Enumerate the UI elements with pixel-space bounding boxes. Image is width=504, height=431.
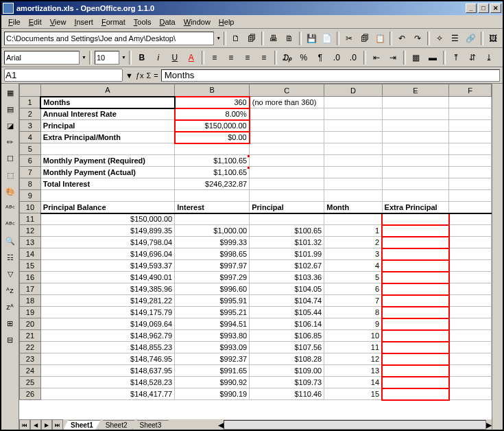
cell-C23[interactable]: $108.28 [250,353,324,365]
cell-E21[interactable] [382,330,449,342]
cell-D5[interactable] [324,143,382,155]
row-header-21[interactable]: 21 [20,330,41,342]
add-decimal-icon[interactable]: .0 [329,50,344,65]
cell-F2[interactable] [449,108,492,120]
export-pdf-icon[interactable]: 📄 [320,31,334,46]
cell-D17[interactable]: 6 [324,283,382,295]
themes-icon[interactable]: 🎨 [3,184,18,199]
cell-F21[interactable] [449,330,492,342]
col-header-D[interactable]: D [324,84,382,97]
justify-icon[interactable]: ≡ [256,50,272,65]
cell-E17[interactable] [382,283,449,295]
cell-B14[interactable]: $998.65 [175,248,250,260]
cell-C3[interactable] [250,120,324,132]
cell-A23[interactable]: $148,746.95 [40,353,174,365]
cell-F14[interactable] [449,248,492,260]
row-header-19[interactable]: 19 [20,307,41,318]
col-header-B[interactable]: B [175,84,250,97]
cell-A16[interactable]: $149,490.01 [40,272,174,283]
cell-E7[interactable] [382,167,449,178]
cell-F26[interactable] [449,388,492,400]
cell-F11[interactable] [449,213,492,225]
cell-D15[interactable]: 4 [324,260,382,272]
cell-B15[interactable]: $997.97 [175,260,250,272]
cell-A7[interactable]: Monthly Payment (Actual) [40,167,174,178]
cell-C21[interactable]: $106.85 [250,330,324,342]
cell-B9[interactable] [175,190,250,202]
row-header-13[interactable]: 13 [20,237,41,248]
cell-E25[interactable] [382,377,449,388]
cell-D7[interactable] [324,167,382,178]
cell-A26[interactable]: $148,417.77 [40,388,174,400]
cell-B16[interactable]: $997.29 [175,272,250,283]
cell-D10[interactable]: Month [324,202,382,213]
cell-F9[interactable] [449,190,492,202]
cell-E9[interactable] [382,190,449,202]
cell-D6[interactable] [324,155,382,167]
cell-D11[interactable] [324,213,382,225]
bgcolor-icon[interactable]: ▬ [425,50,440,65]
cell-A3[interactable]: Principal [40,120,174,132]
cell-D4[interactable] [324,132,382,143]
cell-E19[interactable] [382,307,449,318]
cell-F8[interactable] [449,178,492,190]
equals-icon[interactable]: = [154,71,158,80]
cell-E15[interactable] [382,260,449,272]
align-top-icon[interactable]: ⤒ [448,50,464,65]
borders-icon[interactable]: ▦ [409,50,424,65]
cell-C25[interactable]: $109.73 [250,377,324,388]
cell-F7[interactable] [449,167,492,178]
cell-F24[interactable] [449,365,492,377]
cell-A22[interactable]: $148,855.23 [40,342,174,353]
cell-B2[interactable]: 8.00% [175,108,250,120]
tab-first-icon[interactable]: ⏮ [19,419,30,430]
row-header-5[interactable]: 5 [20,143,41,155]
row-header-18[interactable]: 18 [20,295,41,307]
cell-C7[interactable] [250,167,324,178]
row-header-17[interactable]: 17 [20,283,41,295]
formula-input[interactable] [161,69,500,82]
close-button[interactable]: ✕ [490,3,501,13]
cell-C9[interactable] [250,190,324,202]
navigator-icon[interactable]: ✧ [433,31,447,46]
col-header-A[interactable]: A [40,84,174,97]
menu-tools[interactable]: Tools [130,16,156,27]
row-header-26[interactable]: 26 [20,388,41,400]
cell-D8[interactable] [324,178,382,190]
sheet-tab-sheet1[interactable]: Sheet1 [63,420,101,430]
cell-B8[interactable]: $246,232.87 [175,178,250,190]
row-header-24[interactable]: 24 [20,365,41,377]
cell-B13[interactable]: $999.33 [175,237,250,248]
cell-reference[interactable] [4,69,123,82]
cell-B19[interactable]: $995.21 [175,307,250,318]
cell-E20[interactable] [382,318,449,330]
cell-C19[interactable]: $105.44 [250,307,324,318]
sort-asc-icon[interactable]: ᴬz [3,283,18,298]
row-header-15[interactable]: 15 [20,260,41,272]
row-header-12[interactable]: 12 [20,225,41,237]
autoformat-icon[interactable]: ⬚ [3,167,18,183]
group-icon[interactable]: ⊞ [3,316,18,331]
cell-A8[interactable]: Total Interest [40,178,174,190]
cell-A21[interactable]: $148,962.79 [40,330,174,342]
row-header-23[interactable]: 23 [20,353,41,365]
cell-C20[interactable]: $106.14 [250,318,324,330]
cell-F19[interactable] [449,307,492,318]
cell-A14[interactable]: $149,696.04 [40,248,174,260]
cell-F16[interactable] [449,272,492,283]
show-draw-icon[interactable]: ✏ [3,135,18,150]
sheet-tab-sheet3[interactable]: Sheet3 [132,420,169,430]
menu-insert[interactable]: Insert [70,16,97,27]
cell-D13[interactable]: 2 [324,237,382,248]
function-wizard-icon[interactable]: ƒx [136,71,144,80]
cell-B12[interactable]: $1,000.00 [175,225,250,237]
row-header-14[interactable]: 14 [20,248,41,260]
cell-A10[interactable]: Principal Balance [40,202,174,213]
spreadsheet-grid[interactable]: ABCDEF1Months360(no more than 360)2Annua… [19,84,492,419]
cell-D2[interactable] [324,108,382,120]
cell-A17[interactable]: $149,385.96 [40,283,174,295]
size-combo[interactable] [95,51,119,65]
cell-F5[interactable] [449,143,492,155]
cell-F22[interactable] [449,342,492,353]
cell-D16[interactable]: 5 [324,272,382,283]
